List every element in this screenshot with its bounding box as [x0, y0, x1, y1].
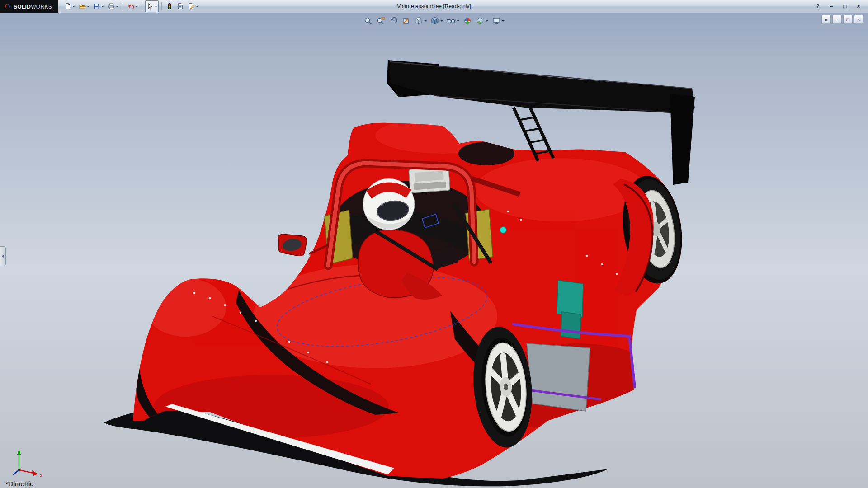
edit-appearance-ball-icon: [463, 16, 472, 25]
doc-close-button[interactable]: ×: [854, 15, 863, 23]
undo-arrow-icon: [127, 3, 134, 10]
toolbar-separator: [142, 2, 142, 10]
print-button[interactable]: [106, 0, 120, 12]
edit-appearance-button[interactable]: [462, 15, 473, 27]
select-button[interactable]: [145, 0, 159, 12]
zoom-to-area-icon: [376, 16, 385, 25]
zoom-to-area-button[interactable]: [375, 15, 386, 27]
chevron-left-icon: [2, 254, 4, 258]
apply-scene-button[interactable]: [475, 15, 489, 27]
heads-up-view-toolbar: [363, 15, 505, 27]
undo-button[interactable]: [126, 0, 139, 12]
help-button[interactable]: ?: [814, 2, 822, 10]
doc-menu-button[interactable]: ≡: [821, 15, 831, 23]
file-properties-button[interactable]: [175, 0, 185, 12]
brand-icon: [4, 3, 11, 10]
close-button[interactable]: ×: [854, 2, 863, 10]
display-style-button[interactable]: [429, 15, 444, 27]
save-floppy-icon: [93, 3, 100, 10]
brand-name-bold: SOLID: [14, 4, 31, 10]
maximize-button[interactable]: □: [841, 2, 849, 10]
options-button[interactable]: [186, 0, 200, 12]
apply-scene-icon: [476, 16, 485, 25]
dropdown-caret-icon[interactable]: [440, 20, 443, 22]
view-orientation-label: *Dimetric: [6, 480, 33, 488]
display-style-cube-icon: [430, 16, 439, 25]
view-settings-button[interactable]: [491, 15, 505, 27]
file-properties-icon: [177, 3, 184, 10]
select-cursor-icon: [146, 3, 154, 10]
dropdown-caret-icon[interactable]: [424, 20, 427, 22]
rebuild-stoplight-icon: [166, 3, 173, 10]
save-button[interactable]: [92, 0, 105, 12]
cyan-fastener[interactable]: [500, 227, 506, 233]
window-controls: ? – □ ×: [814, 2, 868, 10]
viewport-3d-canvas[interactable]: [0, 0, 868, 488]
dropdown-caret-icon[interactable]: [486, 20, 488, 22]
options-pencil-icon: [188, 3, 195, 10]
section-view-icon: [401, 16, 410, 25]
dropdown-caret-icon[interactable]: [135, 6, 138, 7]
dropdown-caret-icon[interactable]: [457, 20, 459, 22]
brand-name-regular: WORKS: [31, 4, 52, 10]
dropdown-caret-icon[interactable]: [87, 6, 90, 7]
orientation-triad: x: [4, 446, 49, 479]
document-window-controls: ≡ – □ ×: [821, 15, 863, 23]
open-button[interactable]: [77, 0, 91, 12]
hide-show-glasses-icon: [447, 16, 456, 25]
view-orientation-cube-icon: [414, 16, 423, 25]
dropdown-caret-icon[interactable]: [116, 6, 118, 7]
y-axis-arrow: [17, 449, 21, 455]
zoom-to-fit-button[interactable]: [363, 15, 373, 27]
dropdown-caret-icon[interactable]: [502, 20, 505, 22]
window-title: Voiture assomblee [Read-only]: [397, 3, 471, 9]
main-toolbar: [58, 0, 200, 12]
new-document-icon: [64, 3, 71, 10]
doc-minimize-button[interactable]: –: [832, 15, 842, 23]
app-logo: SOLIDWORKS: [0, 0, 58, 13]
z-axis-arrow: [13, 470, 19, 475]
dropdown-caret-icon[interactable]: [196, 6, 198, 7]
print-icon: [108, 3, 115, 10]
cowl-duct-box[interactable]: [409, 167, 450, 193]
dropdown-caret-icon[interactable]: [155, 6, 157, 7]
toolbar-separator: [123, 2, 123, 10]
section-view-button[interactable]: [401, 15, 411, 27]
new-document-button[interactable]: [63, 0, 76, 12]
panel-collapse-tab[interactable]: [0, 246, 6, 266]
sill-panel[interactable]: [527, 343, 590, 411]
dropdown-caret-icon[interactable]: [101, 6, 104, 7]
rebuild-button[interactable]: [165, 0, 175, 12]
x-axis-arrow: [32, 470, 38, 476]
minimize-button[interactable]: –: [827, 2, 835, 10]
open-folder-icon: [79, 3, 86, 10]
toolbar-separator: [161, 2, 162, 10]
zoom-to-fit-icon: [363, 16, 373, 25]
x-axis-label: x: [40, 472, 42, 479]
dropdown-caret-icon[interactable]: [72, 6, 75, 7]
view-settings-monitor-icon: [492, 16, 501, 25]
hide-show-items-button[interactable]: [446, 15, 460, 27]
previous-view-button[interactable]: [388, 15, 399, 27]
doc-restore-button[interactable]: □: [843, 15, 853, 23]
view-orientation-button[interactable]: [413, 15, 428, 27]
title-bar: SOLIDWORKS: [0, 0, 868, 13]
previous-view-icon: [389, 16, 398, 25]
